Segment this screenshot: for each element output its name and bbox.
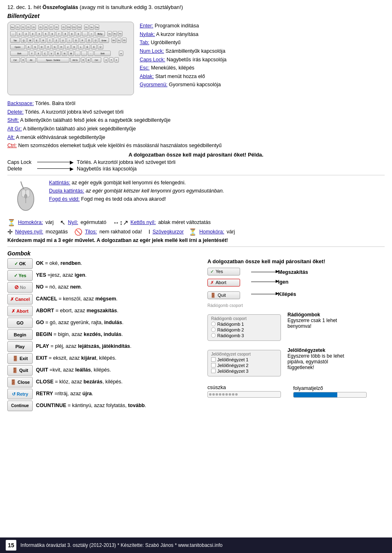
button-row-quit: 🚪 Quit QUIT =kvit, azaz leállás, kilépés… (7, 365, 203, 376)
divider2 (7, 246, 385, 247)
radio-desc: Rádiógombok Egyszerre csak 1 lehet benyo… (287, 312, 353, 344)
cursor-row: ⏳ Homokóra: várj ↖ Nyíl: egérmutató ↔↕↗ … (7, 219, 385, 226)
radio-group-title: Rádiógomb csoport (211, 316, 277, 321)
nyilak-term: Nyilak: (140, 31, 155, 37)
mouse-svg (11, 181, 40, 213)
radio-item-3[interactable]: Rádiógomb 3 (211, 333, 277, 338)
delete-term: Delete: (7, 109, 24, 115)
resize-icon: ↔↕↗ (113, 219, 128, 226)
numlock-term: Num Lock: (140, 48, 164, 54)
go-desc: GO = gó, azaz gyerünk, rajta, indulás. (36, 319, 123, 327)
right-pair-title: A dolgozatban össze kell majd párosítani… (207, 258, 385, 264)
ablak-term: Ablak: (140, 74, 154, 79)
cancel-button-img[interactable]: ✗ Cancel (7, 294, 33, 304)
checkbox-group-title: Jelölőnégyzet csoport (211, 352, 277, 356)
no-desc: NO = nó, azaz nem. (36, 283, 82, 291)
cancel-desc: CANCEL = kenszöl, azaz mégsem. (36, 295, 118, 303)
exit-desc: EXIT = ekszit, azaz kijárat, kilépés. (36, 354, 116, 362)
progress-bar (293, 392, 367, 398)
ok-button-img[interactable]: ✓ OK (7, 258, 33, 269)
svg-point-4 (24, 194, 27, 198)
retry-desc: RETRY =ritráj, azaz újra. (36, 390, 93, 398)
header-line: 12. dec. 1. hét Összefoglalás (avagy mit… (7, 4, 385, 10)
caps-label: Caps Lock (7, 159, 34, 165)
hourglass-icon1: ⏳ (7, 219, 16, 226)
yes-button-img[interactable]: ✓ Yes (7, 270, 33, 281)
shift-term: Shift: (7, 117, 19, 123)
cursor-row2: ✛ Négyes nyíl: mozgatás 🚫 Tilos: nem rak… (7, 228, 385, 236)
radio-item-1[interactable]: Rádiógomb 1 (211, 322, 277, 327)
move-icon: ✛ (7, 228, 13, 236)
checkbox-group-box: Jelölőnégyzet csoport Jelölőnégyzet 1 Je… (207, 350, 281, 376)
radio-item-2[interactable]: Rádiógomb 2 (211, 327, 277, 332)
button-row-exit: 🚪 Exit EXIT = ekszit, azaz kijárat, kilé… (7, 353, 203, 364)
button-row-begin: Begin BEGIN = bigin, azaz kezdés, indulá… (7, 329, 203, 340)
slider-track[interactable] (207, 391, 281, 398)
radio-group-label: Rádiógomb csoport (207, 303, 243, 308)
dolgozat-parositas: A dolgozatban össze kell majd párosítani… (7, 152, 385, 158)
arrow-cursor-icon: ↖ (60, 219, 65, 226)
ctrl-term: Ctrl: (7, 143, 17, 148)
yes-desc: YES =jesz, azaz igen. (36, 271, 87, 279)
mouse-image (7, 179, 44, 215)
button-row-continue: Continue COUNTINUE = kántinyú, azaz foly… (7, 401, 203, 411)
dupla-term: Dupla kattintás: (49, 188, 84, 194)
no-button-img[interactable]: ⊘ No (7, 282, 33, 293)
delete-result: Nagybetűs írás kapcsolója (77, 166, 137, 172)
exit-button-img[interactable]: 🚪 Exit (7, 353, 33, 364)
caps-result: Törlés. A kurzortól jobbra lévő szöveget… (77, 159, 176, 165)
tilos-term: Tilos: (85, 229, 97, 235)
radio-section: Rádiógomb csoport Rádiógomb 1 Rádiógomb … (207, 314, 281, 344)
play-button-img[interactable]: Play (7, 341, 33, 352)
abort-button-img[interactable]: ✗ Abort (7, 306, 33, 316)
delete-label: Delete (7, 166, 34, 172)
text-cursor-icon: I (149, 228, 150, 235)
arrow1: ▶ (37, 159, 74, 165)
footer: 15 Informatika óravázlat 3. osztály (201… (0, 537, 392, 553)
begin-button-img[interactable]: Begin (7, 329, 33, 340)
gombok-title: Gombok (7, 250, 385, 257)
checkbox-section: Jelölőnégyzet csoport Jelölőnégyzet 1 Je… (207, 350, 281, 380)
altgr-term: Alt Gr: (7, 126, 22, 132)
keyboard-section: Esc F1F2F3F4 F5F6F7F8 F9F10F11F12 PrtScr… (7, 22, 385, 95)
continue-button-img[interactable]: Continue (7, 401, 33, 411)
yes-dialog-btn[interactable]: ✓ Yes (207, 268, 240, 275)
footer-text: Informatika óravázlat 3. osztály (2012-2… (20, 542, 223, 548)
divider1 (7, 175, 385, 175)
quit-dialog-btn[interactable]: 🚪 Quit (207, 291, 240, 299)
arrow2: ▶ (37, 166, 74, 172)
hourglass-icon2: ⏳ (189, 228, 197, 236)
enter-term: Enter: (140, 23, 153, 29)
close-desc: CLOSE = klóz, azaz bezárás, kilépés. (36, 378, 122, 386)
radio-group-box: Rádiógomb csoport Rádiógomb 1 Rádiógomb … (207, 314, 281, 341)
mouse-section: Kattintás: az egér egyik gombját kell le… (7, 179, 385, 215)
mouse-info: Kattintás: az egér egyik gombját kell le… (49, 179, 385, 215)
checkbox-item-2[interactable]: Jelölőnégyzet 2 (211, 363, 277, 368)
ok-desc: OK = oké, rendben. (36, 260, 82, 267)
button-row-go: GO GO = gó, azaz gyerünk, rajta, indulás… (7, 318, 203, 328)
button-row-abort: ✗ Abort ABORT = ebort, azaz megszakítás. (7, 306, 203, 316)
mouse-kerdes: Kérdezem majd mi a 3 egér művelet. A dol… (7, 237, 385, 243)
gyorsmenu-term: Gyorsmenü: (140, 82, 167, 87)
checkbox-item-3[interactable]: Jelölőnégyzet 3 (211, 369, 277, 374)
igen-arrow: Igen (251, 279, 308, 285)
buttons-grid: ✓ OK OK = oké, rendben. ✓ Yes YES =jesz,… (7, 258, 385, 412)
esc-term: Esc: (140, 65, 149, 71)
slider-section: csúszka (207, 385, 281, 398)
checkbox-item-1[interactable]: Jelölőnégyzet 1 (211, 357, 277, 362)
abort-desc: ABORT = ebort, azaz megszakítás. (36, 307, 118, 315)
button-row-ok: ✓ OK OK = oké, rendben. (7, 258, 203, 269)
checkbox-desc: Jelölőnégyzetek Egyszerre több is be leh… (287, 347, 353, 380)
tab-term: Tab: (140, 40, 149, 45)
keyboard-info: Enter: Programok indítása Nyilak: A kurz… (140, 22, 385, 95)
button-row-close: 🚪 Close CLOSE = klóz, azaz bezárás, kilé… (7, 377, 203, 387)
header-date: 12. dec. 1. hét (7, 4, 41, 10)
keyboard-image: Esc F1F2F3F4 F5F6F7F8 F9F10F11F12 PrtScr… (7, 22, 134, 95)
quit-button-img[interactable]: 🚪 Quit (7, 365, 33, 376)
close-button-img[interactable]: 🚪 Close (7, 377, 33, 387)
go-button-img[interactable]: GO (7, 318, 33, 328)
kettes-term: Kettős nyíl: (131, 219, 156, 225)
page-number: 15 (6, 540, 16, 551)
retry-button-img[interactable]: ↺ Retry (7, 389, 33, 399)
abort-dialog-btn[interactable]: ✗ Abort (207, 279, 240, 287)
